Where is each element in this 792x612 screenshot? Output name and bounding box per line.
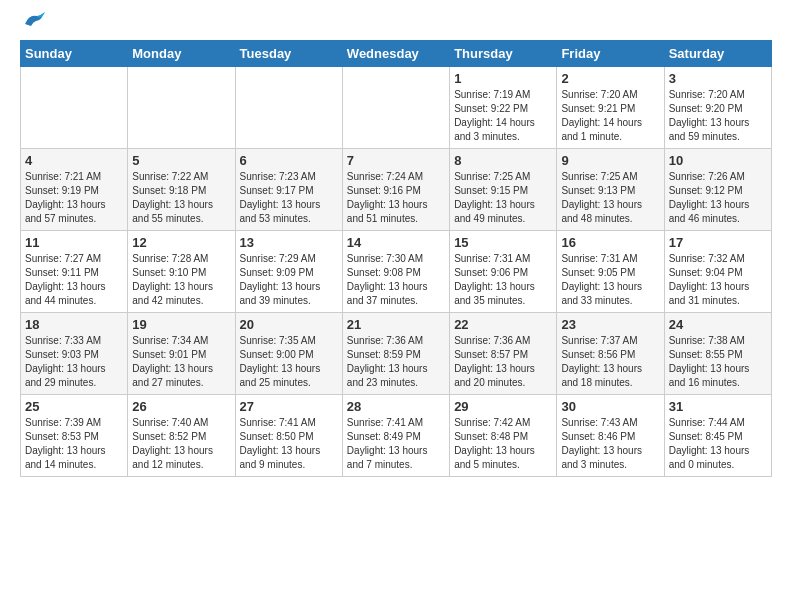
day-info: Sunrise: 7:28 AM Sunset: 9:10 PM Dayligh…	[132, 252, 230, 308]
day-info: Sunrise: 7:44 AM Sunset: 8:45 PM Dayligh…	[669, 416, 767, 472]
day-number: 31	[669, 399, 767, 414]
day-info: Sunrise: 7:40 AM Sunset: 8:52 PM Dayligh…	[132, 416, 230, 472]
day-number: 22	[454, 317, 552, 332]
weekday-header-thursday: Thursday	[450, 41, 557, 67]
day-info: Sunrise: 7:32 AM Sunset: 9:04 PM Dayligh…	[669, 252, 767, 308]
day-info: Sunrise: 7:41 AM Sunset: 8:50 PM Dayligh…	[240, 416, 338, 472]
day-info: Sunrise: 7:25 AM Sunset: 9:15 PM Dayligh…	[454, 170, 552, 226]
day-number: 23	[561, 317, 659, 332]
day-cell: 3Sunrise: 7:20 AM Sunset: 9:20 PM Daylig…	[664, 67, 771, 149]
day-number: 28	[347, 399, 445, 414]
day-cell	[128, 67, 235, 149]
day-cell: 28Sunrise: 7:41 AM Sunset: 8:49 PM Dayli…	[342, 395, 449, 477]
day-number: 25	[25, 399, 123, 414]
day-cell: 27Sunrise: 7:41 AM Sunset: 8:50 PM Dayli…	[235, 395, 342, 477]
day-info: Sunrise: 7:20 AM Sunset: 9:20 PM Dayligh…	[669, 88, 767, 144]
day-number: 12	[132, 235, 230, 250]
day-info: Sunrise: 7:22 AM Sunset: 9:18 PM Dayligh…	[132, 170, 230, 226]
day-cell: 14Sunrise: 7:30 AM Sunset: 9:08 PM Dayli…	[342, 231, 449, 313]
day-cell: 29Sunrise: 7:42 AM Sunset: 8:48 PM Dayli…	[450, 395, 557, 477]
day-number: 8	[454, 153, 552, 168]
week-row-3: 11Sunrise: 7:27 AM Sunset: 9:11 PM Dayli…	[21, 231, 772, 313]
day-number: 29	[454, 399, 552, 414]
day-cell: 22Sunrise: 7:36 AM Sunset: 8:57 PM Dayli…	[450, 313, 557, 395]
day-cell: 23Sunrise: 7:37 AM Sunset: 8:56 PM Dayli…	[557, 313, 664, 395]
bird-icon	[23, 12, 45, 30]
day-cell	[342, 67, 449, 149]
day-number: 7	[347, 153, 445, 168]
day-info: Sunrise: 7:30 AM Sunset: 9:08 PM Dayligh…	[347, 252, 445, 308]
weekday-header-tuesday: Tuesday	[235, 41, 342, 67]
day-number: 5	[132, 153, 230, 168]
week-row-4: 18Sunrise: 7:33 AM Sunset: 9:03 PM Dayli…	[21, 313, 772, 395]
day-number: 3	[669, 71, 767, 86]
day-cell: 24Sunrise: 7:38 AM Sunset: 8:55 PM Dayli…	[664, 313, 771, 395]
day-info: Sunrise: 7:20 AM Sunset: 9:21 PM Dayligh…	[561, 88, 659, 144]
day-number: 13	[240, 235, 338, 250]
day-info: Sunrise: 7:35 AM Sunset: 9:00 PM Dayligh…	[240, 334, 338, 390]
day-number: 14	[347, 235, 445, 250]
day-info: Sunrise: 7:34 AM Sunset: 9:01 PM Dayligh…	[132, 334, 230, 390]
calendar-table: SundayMondayTuesdayWednesdayThursdayFrid…	[20, 40, 772, 477]
day-cell: 20Sunrise: 7:35 AM Sunset: 9:00 PM Dayli…	[235, 313, 342, 395]
day-number: 10	[669, 153, 767, 168]
day-number: 21	[347, 317, 445, 332]
day-cell: 25Sunrise: 7:39 AM Sunset: 8:53 PM Dayli…	[21, 395, 128, 477]
day-info: Sunrise: 7:25 AM Sunset: 9:13 PM Dayligh…	[561, 170, 659, 226]
day-cell: 19Sunrise: 7:34 AM Sunset: 9:01 PM Dayli…	[128, 313, 235, 395]
day-cell: 31Sunrise: 7:44 AM Sunset: 8:45 PM Dayli…	[664, 395, 771, 477]
day-number: 20	[240, 317, 338, 332]
day-cell: 15Sunrise: 7:31 AM Sunset: 9:06 PM Dayli…	[450, 231, 557, 313]
day-cell: 10Sunrise: 7:26 AM Sunset: 9:12 PM Dayli…	[664, 149, 771, 231]
day-cell: 5Sunrise: 7:22 AM Sunset: 9:18 PM Daylig…	[128, 149, 235, 231]
day-cell: 18Sunrise: 7:33 AM Sunset: 9:03 PM Dayli…	[21, 313, 128, 395]
page: SundayMondayTuesdayWednesdayThursdayFrid…	[0, 0, 792, 487]
logo	[20, 20, 45, 30]
day-number: 17	[669, 235, 767, 250]
day-cell: 16Sunrise: 7:31 AM Sunset: 9:05 PM Dayli…	[557, 231, 664, 313]
day-cell: 12Sunrise: 7:28 AM Sunset: 9:10 PM Dayli…	[128, 231, 235, 313]
day-cell: 13Sunrise: 7:29 AM Sunset: 9:09 PM Dayli…	[235, 231, 342, 313]
week-row-5: 25Sunrise: 7:39 AM Sunset: 8:53 PM Dayli…	[21, 395, 772, 477]
day-number: 6	[240, 153, 338, 168]
day-info: Sunrise: 7:21 AM Sunset: 9:19 PM Dayligh…	[25, 170, 123, 226]
day-info: Sunrise: 7:33 AM Sunset: 9:03 PM Dayligh…	[25, 334, 123, 390]
day-info: Sunrise: 7:31 AM Sunset: 9:06 PM Dayligh…	[454, 252, 552, 308]
day-number: 26	[132, 399, 230, 414]
day-info: Sunrise: 7:29 AM Sunset: 9:09 PM Dayligh…	[240, 252, 338, 308]
day-info: Sunrise: 7:19 AM Sunset: 9:22 PM Dayligh…	[454, 88, 552, 144]
day-info: Sunrise: 7:27 AM Sunset: 9:11 PM Dayligh…	[25, 252, 123, 308]
day-cell: 1Sunrise: 7:19 AM Sunset: 9:22 PM Daylig…	[450, 67, 557, 149]
day-number: 1	[454, 71, 552, 86]
day-info: Sunrise: 7:23 AM Sunset: 9:17 PM Dayligh…	[240, 170, 338, 226]
day-info: Sunrise: 7:24 AM Sunset: 9:16 PM Dayligh…	[347, 170, 445, 226]
header	[20, 20, 772, 30]
day-number: 19	[132, 317, 230, 332]
day-info: Sunrise: 7:43 AM Sunset: 8:46 PM Dayligh…	[561, 416, 659, 472]
day-number: 27	[240, 399, 338, 414]
day-cell: 2Sunrise: 7:20 AM Sunset: 9:21 PM Daylig…	[557, 67, 664, 149]
day-number: 18	[25, 317, 123, 332]
day-info: Sunrise: 7:36 AM Sunset: 8:57 PM Dayligh…	[454, 334, 552, 390]
week-row-2: 4Sunrise: 7:21 AM Sunset: 9:19 PM Daylig…	[21, 149, 772, 231]
day-cell	[235, 67, 342, 149]
day-info: Sunrise: 7:37 AM Sunset: 8:56 PM Dayligh…	[561, 334, 659, 390]
day-cell: 17Sunrise: 7:32 AM Sunset: 9:04 PM Dayli…	[664, 231, 771, 313]
day-cell: 4Sunrise: 7:21 AM Sunset: 9:19 PM Daylig…	[21, 149, 128, 231]
day-info: Sunrise: 7:41 AM Sunset: 8:49 PM Dayligh…	[347, 416, 445, 472]
day-number: 16	[561, 235, 659, 250]
day-cell: 26Sunrise: 7:40 AM Sunset: 8:52 PM Dayli…	[128, 395, 235, 477]
day-number: 15	[454, 235, 552, 250]
weekday-header-friday: Friday	[557, 41, 664, 67]
day-number: 30	[561, 399, 659, 414]
weekday-header-sunday: Sunday	[21, 41, 128, 67]
day-cell: 9Sunrise: 7:25 AM Sunset: 9:13 PM Daylig…	[557, 149, 664, 231]
day-cell: 11Sunrise: 7:27 AM Sunset: 9:11 PM Dayli…	[21, 231, 128, 313]
day-number: 9	[561, 153, 659, 168]
day-number: 4	[25, 153, 123, 168]
day-cell: 6Sunrise: 7:23 AM Sunset: 9:17 PM Daylig…	[235, 149, 342, 231]
day-cell: 21Sunrise: 7:36 AM Sunset: 8:59 PM Dayli…	[342, 313, 449, 395]
weekday-header-row: SundayMondayTuesdayWednesdayThursdayFrid…	[21, 41, 772, 67]
day-number: 24	[669, 317, 767, 332]
day-info: Sunrise: 7:38 AM Sunset: 8:55 PM Dayligh…	[669, 334, 767, 390]
